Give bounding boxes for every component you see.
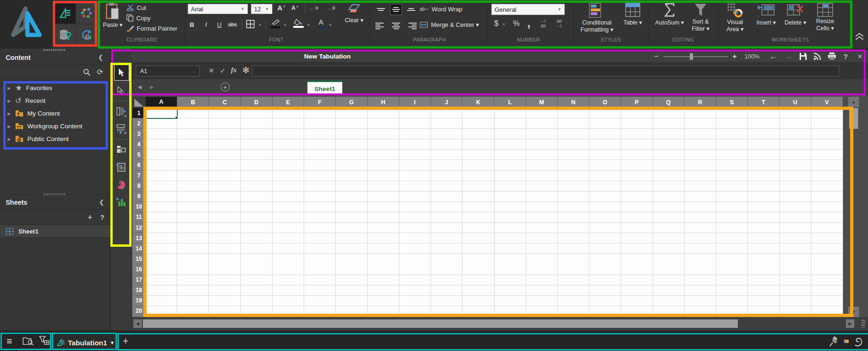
data-app-tile[interactable] [55,25,75,45]
align-middle-button[interactable] [390,4,402,15]
visual-area-button[interactable]: Visual Area ▾ [721,3,749,33]
insert-pie-chart-tool-button[interactable] [114,178,128,192]
row-header-11[interactable]: 11 [132,212,146,223]
expand-chevron-icon[interactable]: ▶ [8,124,11,129]
select-all-corner[interactable] [132,97,146,108]
column-header-N[interactable]: N [558,97,589,108]
filter-grid-icon[interactable] [39,336,50,346]
column-header-M[interactable]: M [526,97,558,108]
zoom-slider-thumb[interactable] [690,53,693,60]
delete-cells-button[interactable]: Delete ▾ [782,3,809,26]
horizontal-scrollbar-thumb[interactable] [143,319,738,328]
comma-button[interactable]: , [527,16,530,30]
expand-chevron-icon[interactable]: ▶ [8,137,11,142]
column-header-P[interactable]: P [621,97,653,108]
sheet-tab-active[interactable]: Sheet1 [307,81,342,95]
row-header-12[interactable]: 12 [132,223,146,233]
column-header-B[interactable]: B [177,97,209,108]
panel-resize-handle[interactable] [43,49,65,51]
help-panel-icon[interactable]: ? [100,214,104,221]
column-header-U[interactable]: U [779,97,811,108]
insert-row-tool-button[interactable] [114,122,128,136]
currency-dropdown[interactable]: ▼ [502,22,506,27]
ai-assistant-icon[interactable]: ✻ [242,65,249,75]
decrease-indent-button[interactable]: ←≡ [309,5,318,11]
add-document-tab-button[interactable]: + [123,335,129,347]
row-header-4[interactable]: 4 [132,139,146,150]
formula-input[interactable] [252,66,839,76]
column-header-L[interactable]: L [494,97,526,108]
borders-button[interactable] [246,20,255,28]
column-header-G[interactable]: G [336,97,367,108]
column-header-A[interactable]: A [146,97,177,108]
confirm-entry-icon[interactable]: ✓ [220,67,226,75]
row-header-6[interactable]: 6 [132,160,146,170]
insert-column-tool-button[interactable] [114,105,128,119]
italic-button[interactable]: I [200,19,212,30]
close-button[interactable]: × [858,50,862,63]
add-sheet-button[interactable]: + [221,83,230,92]
decrease-decimal-button[interactable]: .00 →0 [555,19,562,28]
vertical-scrollbar[interactable]: ▲ ▼ [848,97,859,317]
increase-indent-button[interactable]: →≡ [326,5,335,11]
fill-color-dropdown[interactable]: ▼ [306,23,311,27]
row-header-10[interactable]: 10 [132,202,146,212]
fill-color-button[interactable] [293,19,304,28]
row-header-2[interactable]: 2 [132,118,146,129]
sidebar-item-recent[interactable]: ▶ ↺ Recent [0,94,110,107]
shrink-font-button[interactable]: A▼ [291,5,299,11]
row-header-14[interactable]: 14 [132,243,146,254]
draw-border-dropdown[interactable]: ▼ [283,23,287,27]
scroll-down-icon[interactable]: ▼ [848,307,859,317]
zoom-in-button[interactable]: + [732,50,737,63]
collapse-ribbon-button[interactable] [854,32,865,42]
grid-cells[interactable] [146,108,843,317]
scroll-up-icon[interactable]: ▲ [848,97,859,107]
cancel-entry-icon[interactable]: ✕ [208,67,215,75]
font-color-button[interactable]: A [317,18,325,28]
browse-content-icon[interactable] [23,336,34,346]
resize-grip-icon[interactable] [861,320,865,327]
document-tab-active[interactable]: Tabulation1 ▼ [53,333,117,351]
underline-button[interactable]: U [213,19,225,30]
insert-cells-button[interactable]: Insert ▾ [752,3,780,26]
column-header-O[interactable]: O [589,97,621,108]
zoom-out-button[interactable]: − [654,50,659,63]
insert-function-icon[interactable]: fx [231,67,237,74]
merge-center-button[interactable]: Merge & Center ▾ [420,20,479,29]
strikethrough-button[interactable]: abc [226,19,239,30]
font-name-select[interactable]: Arial▼ [188,4,248,14]
row-header-19[interactable]: 19 [132,296,146,306]
draw-border-button[interactable] [271,19,280,28]
font-color-dropdown[interactable]: ▼ [328,23,332,27]
conditional-formatting-button[interactable]: Conditional Formatting ▾ [576,3,618,33]
add-sheet-panel-icon[interactable]: + [87,212,92,223]
tabulation-app-tile[interactable] [55,3,75,24]
column-header-S[interactable]: S [716,97,748,108]
layout-tool-button[interactable] [114,143,128,157]
select-tool-button[interactable] [114,65,129,81]
row-header-18[interactable]: 18 [132,285,146,296]
copy-button[interactable]: Copy [126,13,150,23]
align-center-button[interactable] [390,21,402,31]
collapse-panel-icon[interactable]: ❮ [98,54,103,61]
expand-chevron-icon[interactable]: ▶ [8,99,11,103]
sidebar-item-public-content[interactable]: ▶ Public Content [0,133,110,145]
column-header-R[interactable]: R [685,97,716,108]
paste-button[interactable]: Paste ▾ [101,3,124,29]
column-header-Q[interactable]: Q [653,97,685,108]
borders-dropdown[interactable]: ▼ [258,23,262,27]
collapse-panel-icon[interactable]: ❮ [99,199,104,206]
increase-decimal-button[interactable]: ←0 .00 [539,19,546,28]
align-right-button[interactable] [405,21,417,31]
percent-button[interactable]: % [513,19,520,28]
cell-name-box[interactable]: A1 ⌄ [136,66,200,76]
align-left-button[interactable] [375,21,387,31]
undo-back-button[interactable]: ← [769,50,777,63]
save-button[interactable] [799,50,807,63]
row-header-8[interactable]: 8 [132,181,146,192]
menu-icon[interactable]: ≡ [7,336,12,347]
row-header-20[interactable]: 20 [132,306,146,317]
row-header-3[interactable]: 3 [132,129,146,139]
sidebar-item-my-content[interactable]: ▶ My Content [0,107,110,120]
